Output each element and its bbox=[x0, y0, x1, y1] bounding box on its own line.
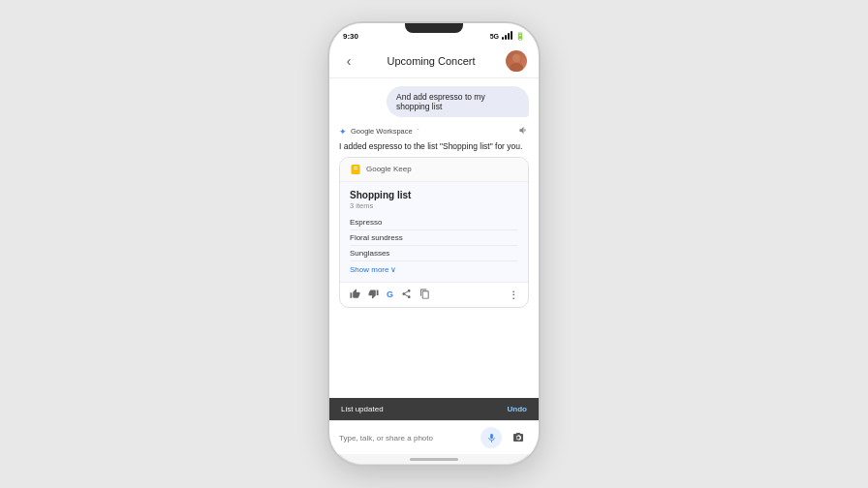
network-label: 5G bbox=[490, 33, 499, 40]
home-indicator bbox=[410, 458, 458, 461]
list-item: Floral sundress bbox=[350, 230, 518, 246]
phone-notch bbox=[405, 23, 463, 33]
undo-button[interactable]: Undo bbox=[508, 405, 527, 413]
assistant-text: I added espresso to the list "Shopping l… bbox=[339, 141, 529, 153]
phone-frame: 9:30 5G 🔋 ‹ Upcoming Concert bbox=[327, 21, 541, 467]
svg-rect-3 bbox=[354, 167, 357, 168]
keep-card: Google Keep Shopping list 3 items Espres… bbox=[339, 157, 529, 308]
action-row: G ⋮ bbox=[340, 282, 528, 307]
assistant-response: ✦ Google Workspace ˅ I added espresso to… bbox=[339, 125, 529, 308]
toast-message: List updated bbox=[341, 405, 384, 413]
thumbdown-icon[interactable] bbox=[368, 289, 379, 301]
keep-logo-icon bbox=[350, 164, 361, 175]
thumbup-icon[interactable] bbox=[350, 289, 360, 301]
svg-point-1 bbox=[510, 63, 523, 72]
chat-area: And add espresso to my shopping list ✦ G… bbox=[329, 78, 539, 398]
workspace-chevron-icon[interactable]: ˅ bbox=[417, 128, 419, 135]
status-icons: 5G 🔋 bbox=[490, 32, 525, 41]
show-more-chevron-icon: ∨ bbox=[390, 265, 396, 274]
back-button[interactable]: ‹ bbox=[341, 53, 356, 69]
back-icon: ‹ bbox=[347, 53, 352, 69]
show-more-button[interactable]: Show more ∨ bbox=[350, 265, 518, 274]
copy-icon[interactable] bbox=[419, 289, 430, 301]
mic-button[interactable] bbox=[480, 427, 502, 448]
keep-card-body: Shopping list 3 items Espresso Floral su… bbox=[340, 182, 528, 282]
signal-bars-icon bbox=[502, 32, 512, 40]
status-time: 9:30 bbox=[343, 32, 358, 41]
list-item: Espresso bbox=[350, 215, 518, 230]
svg-point-0 bbox=[512, 54, 520, 62]
toast: List updated Undo bbox=[329, 398, 539, 420]
battery-icon: 🔋 bbox=[515, 32, 525, 41]
text-input[interactable] bbox=[339, 434, 475, 442]
show-more-label: Show more bbox=[350, 265, 388, 274]
speaker-icon[interactable] bbox=[518, 125, 529, 137]
google-icon[interactable]: G bbox=[387, 290, 393, 299]
workspace-label: Google Workspace bbox=[351, 127, 413, 136]
user-message-bubble: And add espresso to my shopping list bbox=[387, 86, 529, 117]
workspace-badge-row: ✦ Google Workspace ˅ bbox=[339, 125, 529, 137]
svg-rect-4 bbox=[354, 168, 357, 169]
app-header: ‹ Upcoming Concert bbox=[329, 45, 539, 78]
list-count: 3 items bbox=[350, 201, 518, 210]
list-item: Sunglasses bbox=[350, 246, 518, 261]
header-title: Upcoming Concert bbox=[387, 55, 475, 67]
user-message-text: And add espresso to my shopping list bbox=[396, 92, 485, 111]
avatar bbox=[506, 50, 527, 72]
keep-card-header: Google Keep bbox=[340, 158, 528, 182]
more-options-icon[interactable]: ⋮ bbox=[509, 290, 518, 300]
keep-label: Google Keep bbox=[366, 165, 412, 173]
google-star-icon: ✦ bbox=[339, 127, 347, 137]
input-bar bbox=[329, 420, 539, 454]
list-title: Shopping list bbox=[350, 190, 518, 200]
camera-button[interactable] bbox=[508, 427, 529, 448]
share-icon[interactable] bbox=[401, 289, 412, 301]
